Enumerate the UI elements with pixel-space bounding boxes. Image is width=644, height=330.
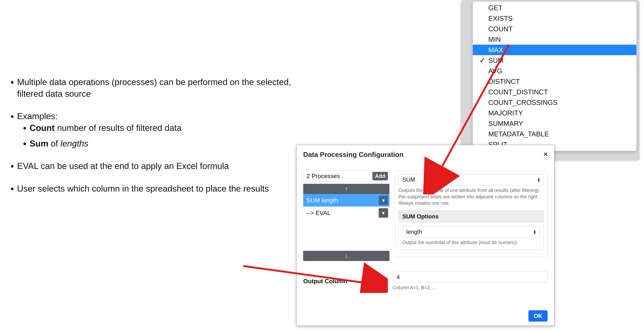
process-type-select[interactable]: SUM ▴▾	[398, 174, 544, 185]
arrow-up-icon: ↑	[345, 185, 348, 193]
output-column-input[interactable]: 4	[392, 271, 548, 283]
dropdown-item-majority[interactable]: MAJORITY	[473, 108, 636, 118]
explanatory-notes: Multiple data operations (processes) can…	[9, 76, 292, 205]
process-type-hint: Outputs the sum/total of one attribute f…	[398, 187, 544, 206]
process-options-box: SUM Options length ▴▾ Output the sum/tot…	[398, 210, 544, 250]
process-list-pane: 2 Processes Add ↑ SUM length▾--> EVAL▾ ↓	[303, 170, 390, 261]
output-column-row: Output Column 4 Column A=1, B=2, ...	[303, 271, 548, 291]
dropdown-item-label: MAX	[488, 46, 503, 54]
move-up-button[interactable]: ↑	[303, 184, 390, 194]
process-options-title: SUM Options	[399, 211, 544, 223]
chevron-down-icon[interactable]: ▾	[379, 208, 388, 218]
dropdown-item-distinct[interactable]: DISTINCT	[473, 76, 636, 87]
attribute-hint: Output the sum/total of this attribute (…	[402, 239, 540, 246]
dropdown-item-label: DISTINCT	[488, 78, 520, 85]
dropdown-item-count_distinct[interactable]: COUNT_DISTINCT	[473, 87, 636, 97]
dropdown-item-label: SUM	[488, 57, 504, 64]
arrow-down-icon: ↓	[345, 252, 348, 260]
note-2b-bold: Sum	[30, 139, 48, 148]
dropdown-item-metadata_table[interactable]: METADATA_TABLE	[473, 129, 636, 139]
process-item-label: --> EVAL	[306, 209, 331, 217]
dialog-title: Data Processing Configuration	[303, 151, 404, 158]
process-detail-pane: SUM ▴▾ Outputs the sum/total of one attr…	[394, 170, 548, 257]
note-2b-ital: lengths	[60, 139, 88, 148]
dropdown-item-summary[interactable]: SUMMARY	[473, 118, 636, 129]
dropdown-item-label: EXISTS	[488, 14, 513, 22]
add-process-button[interactable]: Add	[372, 172, 388, 180]
dropdown-item-get[interactable]: GET	[473, 3, 636, 13]
ok-button[interactable]: OK	[528, 310, 548, 322]
dropdown-item-min[interactable]: MIN	[473, 34, 636, 45]
dropdown-item-count[interactable]: COUNT	[473, 24, 636, 34]
select-arrows-icon: ▴▾	[534, 229, 536, 234]
dropdown-item-label: COUNT_DISTINCT	[488, 88, 548, 96]
chevron-down-icon[interactable]: ▾	[379, 196, 388, 205]
note-2a-bold: Count	[30, 123, 55, 133]
output-column-value: 4	[396, 274, 400, 280]
dropdown-item-label: GET	[488, 4, 502, 12]
process-item[interactable]: SUM length▾	[303, 194, 390, 207]
dropdown-item-max[interactable]: MAX	[473, 45, 636, 55]
output-column-hint: Column A=1, B=2, ...	[392, 285, 548, 291]
note-4: User selects which column in the spreads…	[17, 184, 269, 193]
dropdown-item-label: COUNT	[488, 25, 513, 33]
note-2a-rest: number of results of filtered data	[55, 123, 182, 133]
check-icon: ✓	[480, 55, 486, 66]
process-count-label: 2 Processes	[306, 172, 340, 180]
dropdown-item-avg[interactable]: AVG	[473, 66, 636, 76]
note-2b-mid: of	[48, 139, 60, 148]
dropdown-item-label: METADATA_TABLE	[488, 130, 549, 138]
process-list: SUM length▾--> EVAL▾	[303, 194, 390, 219]
close-icon[interactable]: ×	[544, 150, 548, 158]
dropdown-item-sum[interactable]: ✓SUM	[473, 55, 636, 66]
dropdown-item-exists[interactable]: EXISTS	[473, 13, 636, 24]
dropdown-item-label: SUMMARY	[488, 120, 523, 127]
dropdown-item-label: AVG	[488, 67, 502, 75]
process-type-value: SUM	[402, 176, 415, 183]
process-item-label: SUM length	[306, 197, 338, 204]
attribute-select[interactable]: length ▴▾	[402, 226, 540, 238]
dropdown-item-label: COUNT_CROSSINGS	[488, 99, 558, 106]
dropdown-item-count_crossings[interactable]: COUNT_CROSSINGS	[473, 97, 636, 108]
dialog-header: Data Processing Configuration ×	[296, 145, 554, 165]
note-3: EVAL can be used at the end to apply an …	[17, 161, 229, 171]
process-type-dropdown[interactable]: GETEXISTSCOUNTMINMAX✓SUMAVGDISTINCTCOUNT…	[472, 1, 637, 151]
dialog-footer: OK	[296, 306, 554, 326]
note-2: Examples:	[17, 111, 58, 121]
dropdown-item-label: MAJORITY	[488, 109, 523, 117]
output-column-label: Output Column	[303, 278, 387, 285]
process-item[interactable]: --> EVAL▾	[303, 207, 390, 219]
process-count-row: 2 Processes Add	[303, 170, 390, 182]
dropdown-item-label: MIN	[488, 36, 501, 43]
note-1: Multiple data operations (processes) can…	[17, 77, 291, 98]
select-arrows-icon: ▴▾	[538, 177, 540, 182]
data-processing-config-dialog: Data Processing Configuration × 2 Proces…	[296, 145, 554, 326]
move-down-button[interactable]: ↓	[303, 251, 390, 261]
attribute-value: length	[406, 229, 422, 235]
